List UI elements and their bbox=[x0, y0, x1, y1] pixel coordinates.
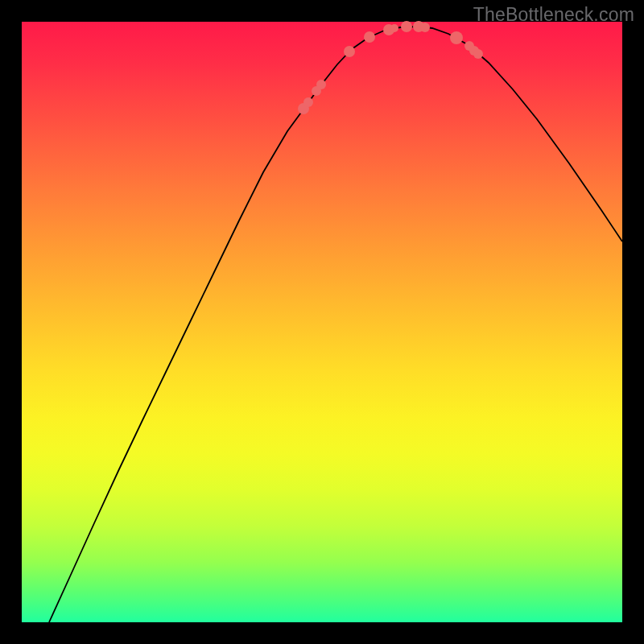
outer-frame: TheBottleneck.com bbox=[0, 0, 644, 644]
highlight-dot bbox=[316, 80, 326, 89]
highlight-dot bbox=[303, 97, 313, 107]
chart-overlay bbox=[22, 22, 622, 622]
highlight-dots bbox=[298, 21, 483, 114]
highlight-dot bbox=[390, 24, 398, 32]
watermark-text: TheBottleneck.com bbox=[473, 4, 634, 26]
highlight-dot bbox=[364, 31, 375, 43]
highlight-dot bbox=[344, 46, 355, 57]
highlight-dot bbox=[420, 23, 430, 32]
highlight-dot bbox=[450, 31, 463, 44]
highlight-dot bbox=[473, 49, 483, 59]
highlight-dot bbox=[401, 21, 412, 32]
bottleneck-curve bbox=[49, 27, 622, 622]
